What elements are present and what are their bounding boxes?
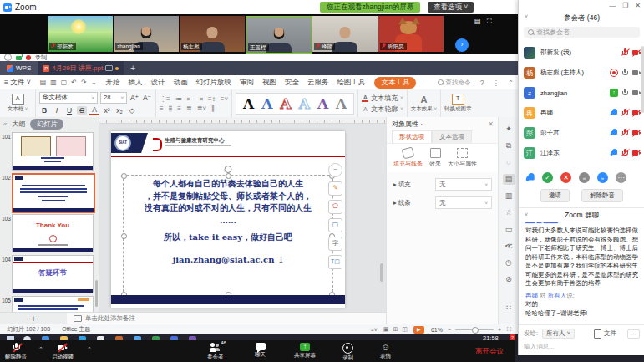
properties-icon-active[interactable]: ▤ <box>503 174 515 185</box>
zoom-out-icon[interactable]: − <box>448 327 451 333</box>
editor-scrollbar[interactable] <box>380 125 383 309</box>
subtab-effects[interactable]: 效果 <box>429 148 441 168</box>
rectangle-tool-icon[interactable]: ▢ <box>328 218 342 232</box>
menu-view[interactable]: 视图 <box>262 78 276 88</box>
menu-security[interactable]: 安全 <box>285 78 299 88</box>
wordart-style-black[interactable]: A <box>243 94 254 114</box>
menu-animation[interactable]: 动画 <box>173 78 187 88</box>
font-name-select[interactable]: 华文楷体˅ <box>39 92 98 104</box>
preview-icon[interactable]: ▢ <box>61 79 68 86</box>
increase-font-icon[interactable]: A⁺ <box>129 94 139 102</box>
menu-review[interactable]: 审阅 <box>240 78 254 88</box>
align-center-icon[interactable]: ≡ <box>169 105 173 112</box>
wps-home-tab[interactable]: WPS <box>0 61 38 75</box>
tab-slides[interactable]: 幻灯片 <box>30 119 63 130</box>
bold-button[interactable]: B <box>39 106 49 115</box>
start-video-button[interactable]: 启动视频 <box>52 343 74 361</box>
font-size-select[interactable]: 28˅ <box>100 92 127 104</box>
line-spacing-icon[interactable]: ≡↕ <box>208 95 216 103</box>
fit-screen-icon[interactable]: ⛶ <box>507 326 511 333</box>
go-slower-button[interactable]: « <box>579 172 590 183</box>
collapse-toolbar-button[interactable]: − <box>328 163 342 177</box>
justify-icon[interactable]: ≣ <box>186 105 192 112</box>
slide-thumbnail[interactable] <box>12 296 94 313</box>
wordart-style-blue[interactable]: A <box>261 94 272 114</box>
text-tools-tab[interactable]: 文本工具 <box>374 77 416 89</box>
menu-design[interactable]: 设计 <box>150 78 165 88</box>
document-tab[interactable]: P 4月29日 讲座.ppt <box>38 61 124 75</box>
convert-diagram-button[interactable]: T 转换成图示 <box>441 89 475 117</box>
video-tile[interactable]: 峰熊 <box>312 16 378 52</box>
layout-icon[interactable]: ▭ <box>503 224 515 235</box>
overflow-icon[interactable]: ⋮ <box>492 79 499 87</box>
slide-thumbnail[interactable]: Thank You <box>12 214 94 252</box>
textbox-tool-icon[interactable]: T▢ <box>328 255 342 269</box>
share-icon[interactable]: ≪ <box>503 241 515 252</box>
slide-thumbnail-selected[interactable] <box>12 173 95 213</box>
fill-dropdown[interactable]: 无˅ <box>435 178 492 191</box>
shape-tool-icon[interactable]: ⬠ <box>328 200 342 214</box>
wordart-style-lightblue-outline[interactable]: A <box>299 94 310 114</box>
text-direction-icon[interactable]: ≡˅ <box>221 95 228 103</box>
rotate-handle[interactable] <box>225 166 232 173</box>
zoom-percent[interactable]: 61% <box>431 327 443 333</box>
share-screen-button[interactable]: ↑ 共享屏幕 <box>294 343 316 359</box>
zoom-slider-knob[interactable] <box>472 327 479 334</box>
menu-cloud[interactable]: 云服务 <box>307 78 329 88</box>
pen-tool-icon[interactable]: ✎ <box>328 181 342 196</box>
line-dropdown[interactable]: 无˅ <box>435 196 492 209</box>
favorites-icon[interactable]: ☆ <box>503 207 515 218</box>
more-reactions-button[interactable]: ⋯ <box>616 172 626 183</box>
decrease-indent-icon[interactable]: ⇤ <box>187 95 193 103</box>
align-right-icon[interactable]: ≡ <box>177 105 181 112</box>
font-color-button[interactable]: A <box>89 105 99 115</box>
zoom-in-icon[interactable]: + <box>498 327 501 333</box>
align-left-icon[interactable]: ≡ <box>160 105 164 112</box>
participant-row[interactable]: 邵新发 (我) <box>524 43 641 62</box>
zoom-slider[interactable] <box>455 329 494 330</box>
notes-bar[interactable]: 单击此处添加备注 <box>67 312 393 324</box>
find-command-box[interactable]: 查找命令... <box>438 79 475 87</box>
file-button[interactable]: 文件 <box>594 329 616 339</box>
tab-text-options[interactable]: 文本选项 <box>432 130 472 143</box>
participant-row[interactable]: z zhangjian ↑ <box>524 84 641 102</box>
history-icon[interactable]: ◷ <box>503 257 515 268</box>
play-slideshow-button[interactable]: ▶ <box>413 326 424 334</box>
wordart-style-gray[interactable]: A <box>336 94 347 114</box>
grid-view-icon[interactable]: ⊞ <box>393 326 398 333</box>
clear-format-icon[interactable]: ◇ <box>127 106 137 115</box>
number-list-icon[interactable]: ≔ <box>175 95 182 103</box>
next-videos-button[interactable]: › <box>455 38 469 52</box>
increase-indent-icon[interactable]: ⇥ <box>197 95 203 103</box>
participant-row[interactable]: 杨 杨志彪 (主持人) <box>524 64 641 82</box>
wordart-style-purple[interactable]: A <box>317 94 328 114</box>
collapse-panel-icon[interactable]: « <box>3 120 7 128</box>
italic-button[interactable]: I <box>52 106 62 115</box>
chat-button[interactable]: 聊天 <box>255 343 266 359</box>
redo-icon[interactable]: ↷ <box>81 79 87 86</box>
print-icon[interactable]: ▥ <box>50 79 57 86</box>
close-icon[interactable]: ✕ <box>635 2 641 9</box>
mic-options-chevron[interactable]: ⌃ <box>38 346 43 353</box>
undo-icon[interactable]: ↶ <box>71 79 77 86</box>
help-circle-icon[interactable]: ⊘ <box>503 274 515 285</box>
subtab-fill-line[interactable]: 填充与线条 <box>393 148 423 168</box>
no-button[interactable]: ✕ <box>560 172 571 183</box>
subscript-button[interactable]: x₂ <box>114 106 124 115</box>
video-tile[interactable]: 昕阳昊 <box>378 16 444 52</box>
menu-home[interactable]: 开始 <box>105 78 119 88</box>
slide-thumbnail[interactable] <box>12 132 94 171</box>
collapse-ribbon-icon[interactable]: ⌃ <box>508 79 514 87</box>
chat-messages[interactable]: ▔▔ ▔ ▔▔▔ 对我们大多数人来说可能比较害怕选择做科研，就像彭子君说的会有很… <box>525 222 638 323</box>
reading-view-icon[interactable]: ◫ <box>402 326 408 333</box>
invite-button[interactable]: 邀请 <box>540 189 570 202</box>
subtab-size-properties[interactable]: 大小与属性 <box>448 148 477 168</box>
raise-hand-button[interactable] <box>526 173 535 183</box>
participant-row[interactable]: 彭 彭子君 <box>524 124 641 142</box>
chat-input[interactable]: 输入消息... <box>519 339 644 355</box>
bullet-list-icon[interactable]: ⋮≡ <box>160 95 170 103</box>
font-tool-icon[interactable]: 字 <box>328 237 342 251</box>
wordart-gallery[interactable]: A A A A A A <box>236 93 354 115</box>
text-effect-button[interactable]: A 文本效果 ˅ <box>408 89 441 117</box>
go-faster-button[interactable]: » <box>597 172 608 183</box>
